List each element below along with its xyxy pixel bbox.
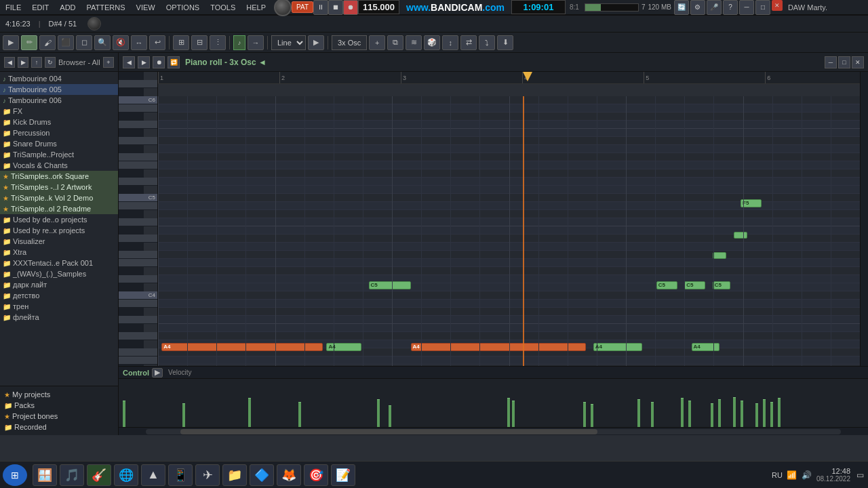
velocity-bar[interactable] <box>688 401 691 427</box>
note-a4-2[interactable]: A4 <box>326 343 361 351</box>
note-a4-1[interactable]: A4 <box>161 343 323 351</box>
sidebar-refresh[interactable]: ↻ <box>45 57 56 68</box>
arrow-tool[interactable]: → <box>248 35 264 50</box>
pause-button[interactable]: ⏸ <box>313 0 328 15</box>
pr-loop[interactable]: 🔁 <box>167 56 180 68</box>
settings-btn[interactable]: ⚙ <box>690 0 705 15</box>
pr-prev[interactable]: ◀ <box>123 56 135 68</box>
velocity-bar[interactable] <box>770 402 773 427</box>
note-c5-2[interactable]: C5 <box>656 281 677 289</box>
pat-button[interactable]: PAT <box>292 1 313 13</box>
volume-icon[interactable]: 🔊 <box>802 470 812 481</box>
menu-edit[interactable]: EDIT <box>26 2 54 13</box>
pr-record[interactable]: ⏺ <box>153 56 165 68</box>
taskbar-app-10[interactable]: 🦊 <box>277 464 301 486</box>
quant-tool[interactable]: ⋮ <box>210 35 226 50</box>
strum-tool[interactable]: ≋ <box>406 35 422 50</box>
taskbar-app-3[interactable]: 🎸 <box>87 464 111 486</box>
mode-next[interactable]: ▶ <box>308 35 324 50</box>
sidebar-item-childhood[interactable]: 📁 детство <box>0 290 118 301</box>
taskbar-app-7[interactable]: ✈ <box>195 464 220 486</box>
pr-minimize[interactable]: ─ <box>825 56 837 68</box>
language-indicator[interactable]: RU <box>772 471 783 479</box>
bpm-display[interactable]: 115.000 <box>358 0 399 14</box>
pr-play[interactable]: ▶ <box>138 56 150 68</box>
taskbar-app-8[interactable]: 📁 <box>222 464 247 486</box>
win-close[interactable]: ✕ <box>772 0 783 11</box>
erase-tool[interactable]: ⬛ <box>58 35 74 50</box>
win-max[interactable]: □ <box>755 0 770 15</box>
bounce-tool[interactable]: ⤵ <box>479 35 495 50</box>
note-step-2[interactable] <box>734 232 748 239</box>
taskbar-app-12[interactable]: 📝 <box>331 464 355 486</box>
chord-tool[interactable]: ⧉ <box>387 35 403 50</box>
rand-tool[interactable]: 🎲 <box>424 35 440 50</box>
flip-tool[interactable]: ↕ <box>442 35 458 50</box>
note-step-1[interactable] <box>713 252 727 259</box>
sidebar-item-trisamples-artwork[interactable]: ★ TriSamples -..l 2 Artwork <box>0 182 118 192</box>
velocity-bar[interactable] <box>377 399 380 427</box>
menu-file[interactable]: FILE <box>0 2 26 13</box>
sidebar-recorded[interactable]: 📁 Recorded <box>4 422 114 432</box>
sidebar-item-tambourine006[interactable]: ♪ Tambourine 006 <box>0 95 118 106</box>
sidebar-forward[interactable]: ▶ <box>18 57 28 68</box>
velocity-bar[interactable] <box>711 403 713 428</box>
sidebar-item-fleita[interactable]: 📁 флейта <box>0 312 118 323</box>
taskbar-app-5[interactable]: ▲ <box>141 464 165 486</box>
note-a4-3[interactable]: A4 <box>593 343 642 351</box>
help-btn[interactable]: ? <box>723 0 738 15</box>
stop-button[interactable]: ⏹ <box>328 0 343 15</box>
start-button[interactable]: ⊞ <box>3 464 27 486</box>
taskbar-app-11[interactable]: 🎯 <box>304 464 328 486</box>
velocity-bar[interactable] <box>741 401 743 427</box>
velocity-bar[interactable] <box>681 398 684 427</box>
play-btn[interactable]: ▶ <box>3 35 19 50</box>
note-f5[interactable]: F5 <box>741 199 762 207</box>
taskbar-app-2[interactable]: 🎵 <box>60 464 84 486</box>
velocity-bar[interactable] <box>591 404 593 427</box>
export-tool[interactable]: ⬇ <box>497 35 513 50</box>
sidebar-item-trisamples-demo[interactable]: ★ TriSample..k Vol 2 Demo <box>0 192 118 203</box>
scrollbar-right[interactable] <box>860 72 868 366</box>
reverse-tool[interactable]: ⇄ <box>460 35 477 50</box>
velocity-bar[interactable] <box>389 405 391 427</box>
sidebar-project-bones[interactable]: ★ Project bones <box>4 411 114 422</box>
osc-add[interactable]: + <box>369 35 385 50</box>
menu-patterns[interactable]: PATTERNS <box>81 2 131 13</box>
pitch-dial[interactable] <box>87 17 101 30</box>
sidebar-item-tambourine005[interactable]: ♪ Tambourine 005 <box>0 84 118 95</box>
velocity-bar[interactable] <box>718 399 721 427</box>
sidebar-item-usedby-demo[interactable]: 📁 Used by de..o projects <box>0 214 118 225</box>
sidebar-item-xtra[interactable]: 📁 Xtra <box>0 247 118 258</box>
note-c5-4[interactable]: C5 <box>713 281 730 289</box>
record-button[interactable]: ⏺ <box>343 0 358 15</box>
taskbar-app-6[interactable]: 📱 <box>168 464 193 486</box>
sidebar-item-tren[interactable]: 📁 трен <box>0 301 118 312</box>
mode-select[interactable]: Line <box>271 35 306 50</box>
snap2-tool[interactable]: ⊟ <box>191 35 208 50</box>
velocity-bar[interactable] <box>512 401 515 427</box>
velocity-bar[interactable] <box>583 402 586 427</box>
velocity-bar[interactable] <box>763 399 766 427</box>
menu-view[interactable]: VIEW <box>131 2 161 13</box>
sidebar-item-snare[interactable]: 📁 Snare Drums <box>0 138 118 149</box>
velocity-bar[interactable] <box>248 398 251 427</box>
sidebar-back[interactable]: ◀ <box>4 57 15 68</box>
sidebar-item-wavs[interactable]: 📁 _(WAVs)_(.)_Samples <box>0 268 118 279</box>
playhead-ruler-marker[interactable] <box>523 72 532 84</box>
velocity-bar[interactable] <box>182 403 185 428</box>
sidebar-item-trisamples-square[interactable]: ★ TriSamples..ork Square <box>0 171 118 182</box>
sidebar-add[interactable]: + <box>103 57 114 68</box>
sidebar-up[interactable]: ↑ <box>31 57 42 68</box>
select-tool[interactable]: ◻ <box>76 35 92 50</box>
win-min[interactable]: ─ <box>739 0 754 15</box>
grid-area[interactable]: A4 A4 C5 A4 A4 C5 A4 C5 <box>158 96 860 366</box>
sidebar-item-kick[interactable]: 📁 Kick Drums <box>0 117 118 127</box>
master-volume-knob[interactable] <box>274 0 292 16</box>
sidebar-packs[interactable]: 📁 Packs <box>4 400 114 411</box>
sidebar-item-usedby-remix[interactable]: 📁 Used by re..x projects <box>0 225 118 236</box>
sidebar-item-trisamples-readme[interactable]: ★ TriSample..ol 2 Readme <box>0 203 118 214</box>
sidebar-item-fx[interactable]: 📁 FX <box>0 106 118 117</box>
sidebar-item-vocals[interactable]: 📁 Vocals & Chants <box>0 160 118 171</box>
sidebar-item-xxxtentacle[interactable]: 📁 XXXTentaci..e Pack 001 <box>0 258 118 268</box>
